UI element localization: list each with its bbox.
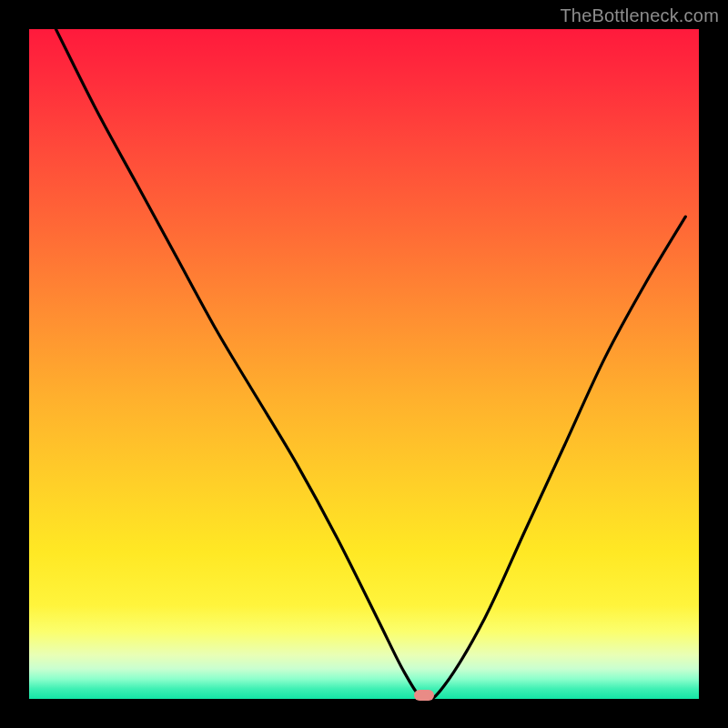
chart-frame: TheBottleneck.com — [0, 0, 728, 728]
plot-area — [29, 29, 699, 699]
watermark-text: TheBottleneck.com — [560, 5, 719, 26]
bottleneck-curve — [29, 29, 699, 699]
sweet-spot-marker — [414, 690, 434, 701]
